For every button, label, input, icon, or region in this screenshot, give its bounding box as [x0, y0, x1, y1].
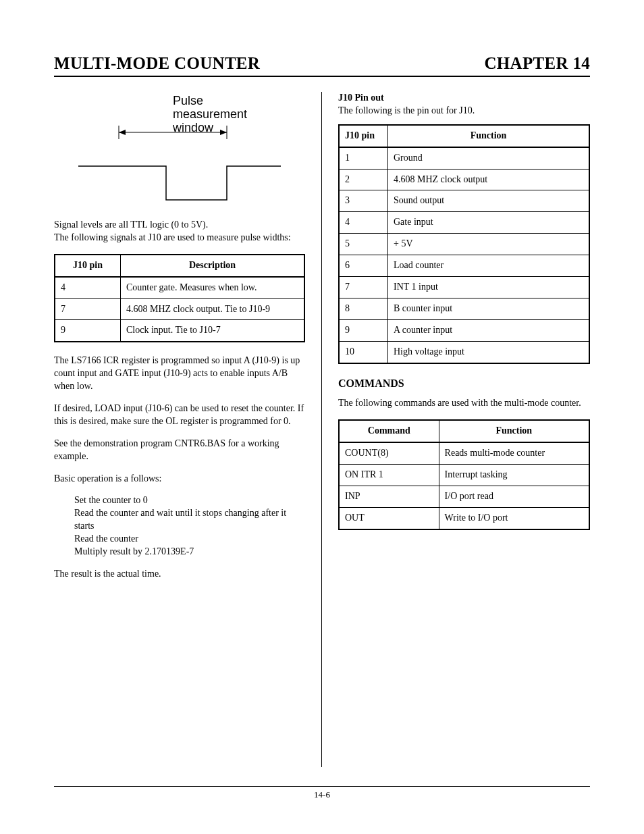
cell: 4.608 MHZ clock output [388, 170, 589, 191]
table-row: 24.608 MHZ clock output [340, 170, 589, 191]
cell: 1 [340, 148, 388, 170]
cell: Write to I/O port [439, 508, 589, 529]
table-row: 5+ 5V [340, 234, 589, 255]
table-j10-pinout: J10 pin Function 1Ground 24.608 MHZ cloc… [338, 124, 590, 364]
cell: 4 [340, 212, 388, 234]
table-header: Function [439, 421, 589, 443]
cell: I/O port read [439, 486, 589, 508]
table-row: INPI/O port read [340, 486, 589, 508]
right-column: J10 Pin out The following is the pin out… [322, 92, 590, 767]
text: The following signals at J10 are used to… [54, 232, 291, 242]
list-item: Set the counter to 0 [74, 494, 305, 507]
cell: Interrupt tasking [439, 465, 589, 486]
svg-marker-1 [119, 130, 126, 135]
cell: + 5V [388, 234, 589, 255]
paragraph: Signal levels are all TTL logic (0 to 5V… [54, 219, 305, 244]
pinout-title: J10 Pin out [338, 93, 384, 103]
table-row: ON ITR 1Interrupt tasking [340, 465, 589, 486]
svg-marker-2 [220, 130, 227, 135]
list-item: Multiply result by 2.170139E-7 [74, 546, 305, 558]
pulse-diagram: Pulse measurement window [78, 92, 281, 207]
cell: 9 [55, 320, 121, 341]
cell: 3 [340, 190, 388, 212]
cell: A counter input [388, 320, 589, 342]
cell: ON ITR 1 [340, 465, 439, 486]
cell: Sound output [388, 190, 589, 212]
cell: 7 [55, 299, 121, 321]
commands-heading: COMMANDS [338, 376, 590, 391]
text: Signal levels are all TTL logic (0 to 5V… [54, 219, 208, 230]
cell: OUT [340, 508, 439, 529]
cell: Clock input. Tie to J10-7 [121, 320, 304, 341]
page-header: MULTI-MODE COUNTER CHAPTER 14 [54, 54, 590, 77]
paragraph: The result is the actual time. [54, 568, 305, 581]
left-column: Pulse measurement window Signal levels a… [54, 92, 322, 767]
cell: 10 [340, 342, 388, 363]
cell: 8 [340, 298, 388, 320]
header-left: MULTI-MODE COUNTER [54, 54, 260, 73]
paragraph: See the demonstration program CNTR6.BAS … [54, 438, 305, 463]
table-row: COUNT(8)Reads multi-mode counter [340, 443, 589, 465]
cell: COUNT(8) [340, 443, 439, 465]
paragraph: Basic operation is a follows: [54, 473, 305, 486]
cell: 6 [340, 255, 388, 277]
cell: Gate input [388, 212, 589, 234]
columns: Pulse measurement window Signal levels a… [54, 92, 590, 767]
cell: INT 1 input [388, 277, 589, 298]
page: MULTI-MODE COUNTER CHAPTER 14 Pulse meas… [0, 0, 644, 834]
list-item: Read the counter and wait until it stops… [74, 507, 305, 533]
table-header: Description [121, 255, 304, 278]
steps-list: Set the counter to 0 Read the counter an… [74, 494, 305, 558]
table-j10-signals: J10 pin Description 4Counter gate. Measu… [54, 254, 305, 343]
table-row: 4Gate input [340, 212, 589, 234]
table-header: J10 pin [55, 255, 121, 278]
pulse-waveform-icon [78, 92, 281, 207]
cell: 5 [340, 234, 388, 255]
table-row: 7INT 1 input [340, 277, 589, 298]
table-row: 1Ground [340, 148, 589, 170]
cell: 2 [340, 170, 388, 191]
table-row: OUTWrite to I/O port [340, 508, 589, 529]
paragraph: The LS7166 ICR register is programmed so… [54, 355, 305, 393]
paragraph: If desired, LOAD input (J10-6) can be us… [54, 402, 305, 428]
cell: Counter gate. Measures when low. [121, 278, 304, 299]
table-row: 10High voltage input [340, 342, 589, 363]
cell: 4 [55, 278, 121, 299]
table-header: J10 pin [340, 126, 388, 148]
table-row: 8B counter input [340, 298, 589, 320]
cell: High voltage input [388, 342, 589, 363]
text: The following is the pin out for J10. [338, 105, 475, 115]
cell: Ground [388, 148, 589, 170]
table-row: 4Counter gate. Measures when low. [55, 278, 304, 299]
table-row: 74.608 MHZ clock output. Tie to J10-9 [55, 299, 304, 321]
page-number: 14-6 [54, 786, 590, 800]
paragraph: J10 Pin out The following is the pin out… [338, 92, 590, 118]
cell: INP [340, 486, 439, 508]
cell: Load counter [388, 255, 589, 277]
table-header: Command [340, 421, 439, 443]
header-right: CHAPTER 14 [485, 54, 590, 73]
table-row: 9A counter input [340, 320, 589, 342]
table-commands: Command Function COUNT(8)Reads multi-mod… [338, 419, 590, 529]
cell: B counter input [388, 298, 589, 320]
cell: 9 [340, 320, 388, 342]
cell: Reads multi-mode counter [439, 443, 589, 465]
cell: 4.608 MHZ clock output. Tie to J10-9 [121, 299, 304, 321]
paragraph: The following commands are used with the… [338, 397, 590, 410]
table-row: 3Sound output [340, 190, 589, 212]
list-item: Read the counter [74, 533, 305, 546]
table-row: 6Load counter [340, 255, 589, 277]
footer: 14-6 [54, 786, 590, 800]
cell: 7 [340, 277, 388, 298]
table-header: Function [388, 126, 589, 148]
table-row: 9Clock input. Tie to J10-7 [55, 320, 304, 341]
